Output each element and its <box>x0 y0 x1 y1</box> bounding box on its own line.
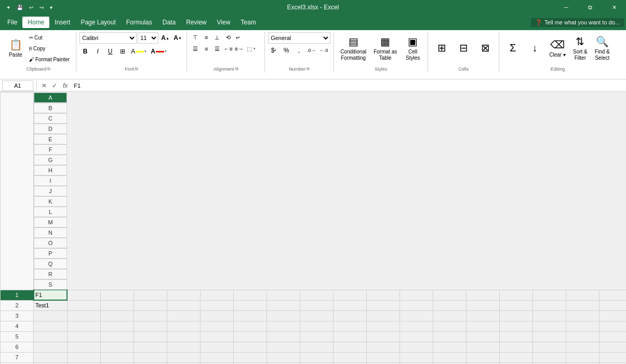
cell-i6[interactable] <box>300 342 333 352</box>
menu-review[interactable]: Review <box>181 17 211 28</box>
row-number-6[interactable]: 6 <box>1 342 34 352</box>
menu-view[interactable]: View <box>212 17 236 28</box>
autosum-button[interactable]: Σ <box>502 32 523 64</box>
cell-h5[interactable] <box>267 331 300 342</box>
cell-a1[interactable]: F1 <box>34 290 68 300</box>
align-middle-button[interactable]: ≡ <box>201 32 211 43</box>
cell-p6[interactable] <box>532 342 566 352</box>
increase-decimal-button[interactable]: .0→ <box>305 45 317 56</box>
cell-b2[interactable] <box>67 300 100 311</box>
cell-m6[interactable] <box>433 342 466 352</box>
cell-e6[interactable] <box>167 342 200 352</box>
cell-e5[interactable] <box>167 331 200 342</box>
format-button[interactable]: ⊠ <box>475 32 496 64</box>
cell-g2[interactable] <box>233 300 267 311</box>
cell-m2[interactable] <box>433 300 466 311</box>
cell-e3[interactable] <box>167 311 200 321</box>
wrap-text-button[interactable]: ↵ <box>234 32 243 43</box>
row-number-5[interactable]: 5 <box>1 331 34 342</box>
cell-i7[interactable] <box>300 352 333 362</box>
cell-d5[interactable] <box>134 331 167 342</box>
decrease-font-button[interactable]: A▼ <box>172 32 183 44</box>
cell-q3[interactable] <box>566 311 599 321</box>
increase-font-button[interactable]: A▲ <box>159 32 171 44</box>
row-number-7[interactable]: 7 <box>1 352 34 362</box>
cell-i5[interactable] <box>300 331 333 342</box>
clear-button[interactable]: ⌫ Clear ▾ <box>546 32 569 64</box>
cell-m5[interactable] <box>433 331 466 342</box>
font-color-button[interactable]: A ▾ <box>149 47 168 56</box>
cell-m4[interactable] <box>433 321 466 331</box>
alignment-expand-icon[interactable]: ⧉ <box>235 66 238 72</box>
cell-o5[interactable] <box>499 331 532 342</box>
font-size-select[interactable]: 11 <box>138 32 158 44</box>
cell-g7[interactable] <box>233 352 267 362</box>
cell-j1[interactable] <box>333 290 366 300</box>
format-as-table-button[interactable]: ▦ Format asTable <box>370 32 400 64</box>
cell-q7[interactable] <box>566 352 599 362</box>
highlight-dropdown-arrow[interactable]: ▾ <box>144 49 146 53</box>
cell-c6[interactable] <box>100 342 134 352</box>
col-header-C[interactable]: C <box>34 113 67 124</box>
cell-n3[interactable] <box>466 311 499 321</box>
merge-center-button[interactable]: ⬚ ▾ <box>245 44 258 54</box>
restore-btn[interactable]: ⧉ <box>578 0 602 15</box>
cell-k3[interactable] <box>366 311 399 321</box>
menu-file[interactable]: File <box>2 17 22 28</box>
cell-k1[interactable] <box>366 290 399 300</box>
cell-c7[interactable] <box>100 352 134 362</box>
delete-button[interactable]: ⊟ <box>453 32 474 64</box>
row-number-3[interactable]: 3 <box>1 311 34 321</box>
cell-r7[interactable] <box>599 352 626 362</box>
percent-button[interactable]: % <box>281 45 292 56</box>
col-header-H[interactable]: H <box>34 165 67 176</box>
cell-p7[interactable] <box>532 352 566 362</box>
cell-p2[interactable] <box>532 300 566 311</box>
col-header-F[interactable]: F <box>34 144 67 155</box>
cell-n6[interactable] <box>466 342 499 352</box>
cell-q2[interactable] <box>566 300 599 311</box>
cell-h2[interactable] <box>267 300 300 311</box>
cell-a6[interactable] <box>34 342 68 352</box>
cell-o3[interactable] <box>499 311 532 321</box>
cell-r5[interactable] <box>599 331 626 342</box>
cell-j4[interactable] <box>333 321 366 331</box>
menu-formulas[interactable]: Formulas <box>121 17 157 28</box>
cell-h4[interactable] <box>267 321 300 331</box>
number-format-select[interactable]: General <box>268 32 330 44</box>
cell-c1[interactable] <box>100 290 134 300</box>
save-btn[interactable]: 💾 <box>15 4 25 11</box>
cell-k6[interactable] <box>366 342 399 352</box>
col-header-S[interactable]: S <box>34 279 67 290</box>
cell-q1[interactable] <box>566 290 599 300</box>
fill-button[interactable]: ↓ <box>524 32 545 64</box>
number-expand-icon[interactable]: ⧉ <box>307 66 310 72</box>
underline-button[interactable]: U <box>104 46 116 57</box>
col-header-K[interactable]: K <box>34 196 67 207</box>
cell-f2[interactable] <box>200 300 233 311</box>
col-header-L[interactable]: L <box>34 207 67 217</box>
col-header-R[interactable]: R <box>34 269 67 279</box>
redo-btn[interactable]: ↪ <box>37 4 46 11</box>
cell-b1[interactable] <box>67 290 100 300</box>
cell-l3[interactable] <box>399 311 433 321</box>
col-header-Q[interactable]: Q <box>34 259 67 269</box>
comma-button[interactable]: , <box>293 45 304 56</box>
paste-button[interactable]: 📋 Paste <box>5 32 26 64</box>
cell-m7[interactable] <box>433 352 466 362</box>
cell-l5[interactable] <box>399 331 433 342</box>
cell-r2[interactable] <box>599 300 626 311</box>
undo-btn[interactable]: ↩ <box>27 4 35 11</box>
col-header-N[interactable]: N <box>34 227 67 238</box>
cell-c2[interactable] <box>100 300 134 311</box>
currency-arrow[interactable]: ▾ <box>274 48 276 52</box>
cell-l2[interactable] <box>399 300 433 311</box>
cell-c3[interactable] <box>100 311 134 321</box>
col-header-O[interactable]: O <box>34 238 67 248</box>
grid-wrapper[interactable]: A B C D E F G H I J K L M N O P Q <box>0 92 626 364</box>
cell-a2[interactable]: Test1 <box>34 300 68 311</box>
insert-button[interactable]: ⊞ <box>431 32 452 64</box>
sort-filter-button[interactable]: ⇅ Sort &Filter <box>570 32 591 64</box>
cell-reference-box[interactable] <box>2 80 33 91</box>
close-btn[interactable]: ✕ <box>602 0 626 15</box>
